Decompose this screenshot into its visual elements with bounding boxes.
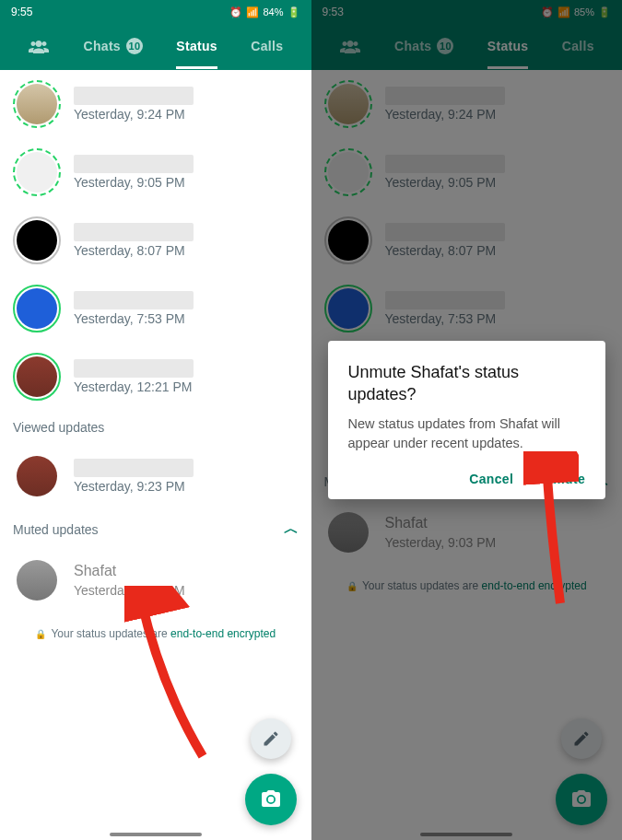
android-status-bar: 9:55 ⏰ 📶 84% 🔋 bbox=[0, 0, 311, 24]
contact-name bbox=[74, 291, 194, 309]
alarm-icon: ⏰ bbox=[229, 6, 242, 18]
chats-badge: 10 bbox=[126, 38, 143, 54]
dialog-overlay: Unmute Shafat's status updates? New stat… bbox=[311, 0, 623, 840]
status-time: Yesterday, 8:07 PM bbox=[74, 243, 299, 258]
whatsapp-header: Chats 10 Status Calls bbox=[0, 24, 311, 70]
status-time: Yesterday, 9:23 PM bbox=[74, 479, 299, 494]
contact-name bbox=[74, 155, 194, 173]
contact-name bbox=[74, 87, 194, 105]
status-time: Yesterday, 9:24 PM bbox=[74, 107, 299, 122]
status-time: Yesterday, 12:21 PM bbox=[74, 379, 299, 394]
avatar bbox=[17, 220, 57, 261]
status-item[interactable]: Yesterday, 8:07 PM bbox=[0, 206, 311, 274]
encryption-notice[interactable]: 🔒 Your status updates are end-to-end enc… bbox=[0, 614, 311, 653]
phone-left: 9:55 ⏰ 📶 84% 🔋 Chats 10 Status Calls Yes… bbox=[0, 0, 311, 840]
avatar bbox=[17, 152, 57, 192]
camera-fab[interactable] bbox=[245, 774, 297, 825]
status-icons: ⏰ 📶 84% 🔋 bbox=[229, 6, 299, 18]
chevron-up-icon: ︿ bbox=[284, 519, 299, 539]
battery-icon: 🔋 bbox=[288, 6, 300, 18]
status-time: Yesterday, 7:53 PM bbox=[74, 311, 299, 326]
cancel-button[interactable]: Cancel bbox=[469, 472, 513, 486]
status-time: Yesterday, 9:03 PM bbox=[74, 583, 299, 598]
phone-right: 9:53 ⏰ 📶 85% 🔋 Chats 10 Status Calls Yes… bbox=[311, 0, 623, 840]
clock: 9:55 bbox=[11, 6, 32, 18]
avatar bbox=[17, 356, 57, 397]
tab-calls[interactable]: Calls bbox=[251, 39, 283, 56]
unmute-dialog: Unmute Shafat's status updates? New stat… bbox=[328, 341, 606, 500]
contact-name: Shafat bbox=[74, 563, 299, 581]
community-icon[interactable] bbox=[28, 36, 50, 58]
status-item[interactable]: Yesterday, 9:05 PM bbox=[0, 138, 311, 206]
contact-name bbox=[74, 223, 194, 241]
contact-name bbox=[74, 459, 194, 477]
camera-icon bbox=[260, 788, 282, 811]
pencil-icon bbox=[262, 729, 280, 748]
contact-name bbox=[74, 359, 194, 378]
avatar bbox=[17, 560, 57, 601]
wifi-icon: 📶 bbox=[246, 6, 259, 18]
viewed-updates-header[interactable]: Viewed updates bbox=[0, 411, 311, 442]
dialog-message: New status updates from Shafat will appe… bbox=[348, 414, 586, 453]
avatar bbox=[17, 456, 57, 496]
battery-text: 84% bbox=[263, 6, 283, 18]
avatar bbox=[17, 288, 57, 329]
status-item[interactable]: Yesterday, 9:23 PM bbox=[0, 442, 311, 510]
lock-icon: 🔒 bbox=[35, 629, 46, 639]
dialog-title: Unmute Shafat's status updates? bbox=[348, 361, 586, 406]
status-list[interactable]: Yesterday, 9:24 PM Yesterday, 9:05 PM Ye… bbox=[0, 70, 311, 840]
edit-status-fab[interactable] bbox=[251, 718, 291, 759]
muted-updates-header[interactable]: Muted updates ︿ bbox=[0, 510, 311, 546]
status-item[interactable]: Yesterday, 9:24 PM bbox=[0, 70, 311, 138]
status-item-muted[interactable]: Shafat Yesterday, 9:03 PM bbox=[0, 546, 311, 614]
tab-status[interactable]: Status bbox=[176, 39, 217, 56]
avatar bbox=[17, 84, 57, 124]
unmute-button[interactable]: Unmute bbox=[535, 472, 585, 486]
status-time: Yesterday, 9:05 PM bbox=[74, 175, 299, 190]
tab-chats[interactable]: Chats 10 bbox=[84, 38, 143, 57]
android-nav-indicator bbox=[110, 833, 202, 836]
status-item[interactable]: Yesterday, 12:21 PM bbox=[0, 343, 311, 411]
status-item[interactable]: Yesterday, 7:53 PM bbox=[0, 274, 311, 343]
